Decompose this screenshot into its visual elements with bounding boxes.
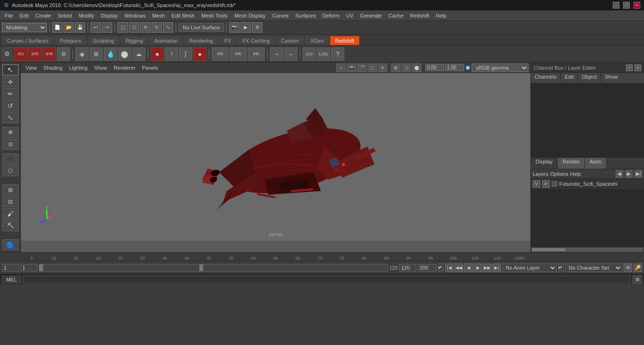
layer-scroll-track[interactable]	[532, 248, 643, 252]
object-tab[interactable]: Object	[578, 73, 601, 83]
render-tab[interactable]: Render	[558, 158, 585, 169]
vp-menu-panels[interactable]: Panels	[139, 64, 161, 72]
menu-modify[interactable]: Modify	[76, 12, 97, 19]
sculpt-btn[interactable]: ⛏	[2, 220, 18, 231]
rotate-btn[interactable]: ↻	[152, 22, 162, 33]
options-menu[interactable]: Options	[550, 171, 568, 177]
layer-next-btn[interactable]: ▶	[625, 170, 633, 178]
layers-menu[interactable]: Layers	[533, 171, 548, 177]
menu-edit-mesh[interactable]: Edit Mesh	[169, 12, 197, 19]
prev-frame-btn[interactable]: ◀◀	[455, 263, 463, 272]
anim-layer-dropdown[interactable]	[558, 263, 564, 272]
back-btn[interactable]: ◀	[464, 263, 473, 272]
layer-prev-btn[interactable]: ◀	[616, 170, 623, 178]
menu-generate[interactable]: Generate	[357, 12, 385, 19]
tab-rigging[interactable]: Rigging	[120, 36, 148, 45]
vp-move-btn[interactable]: ✛	[378, 64, 387, 72]
color-space-select[interactable]: sRGB gamma	[472, 64, 528, 72]
viewport-canvas[interactable]: x y z persp	[21, 73, 530, 241]
range-start-thumb[interactable]	[39, 264, 43, 271]
menu-display[interactable]: Display	[98, 12, 121, 19]
channels-tab[interactable]: Channels	[531, 73, 561, 83]
anim-layer-select[interactable]: No Anim Layer	[502, 263, 557, 272]
scale-btn[interactable]: ⤡	[163, 22, 173, 33]
render-btn[interactable]: 📷	[229, 22, 240, 33]
menu-mesh-display[interactable]: Mesh Display	[232, 12, 268, 19]
menu-help[interactable]: Help	[433, 12, 449, 19]
new-scene-btn[interactable]: 📄	[52, 22, 63, 33]
tab-fx[interactable]: FX	[219, 36, 236, 45]
current-frame-input[interactable]	[20, 264, 37, 272]
menu-uv[interactable]: UV	[343, 12, 356, 19]
tab-polygons[interactable]: Polygons	[54, 36, 86, 45]
tab-sculpting[interactable]: Sculpting	[88, 36, 119, 45]
scale-tool-btn[interactable]: ⤡	[2, 112, 18, 123]
vp-menu-view[interactable]: View	[23, 64, 40, 72]
rs-pr3-btn[interactable]: PR	[248, 47, 265, 61]
vp-anim-btn[interactable]: 🎬	[357, 64, 367, 72]
menu-windows[interactable]: Windows	[122, 12, 149, 19]
frame-start-input[interactable]	[2, 264, 19, 272]
menu-surfaces[interactable]: Surfaces	[293, 12, 319, 19]
skip-end-btn[interactable]: ▶|	[492, 263, 501, 272]
rs-log-btn[interactable]: LOG	[317, 47, 330, 61]
vp-wire-btn[interactable]: ◻	[402, 64, 411, 72]
rs-rv-btn[interactable]: RV	[14, 47, 27, 61]
play-fwd-btn[interactable]: ▶	[474, 263, 482, 272]
edit-tab[interactable]: Edit	[561, 73, 578, 83]
soft-sel-btn[interactable]: ◎	[2, 139, 18, 150]
rs-mat1-btn[interactable]: ■	[151, 47, 164, 61]
menu-curves[interactable]: Curves	[269, 12, 292, 19]
auto-key-btn[interactable]: 🔑	[634, 263, 642, 272]
rs-sphere-btn[interactable]: ⬤	[118, 47, 131, 61]
vp-menu-shading[interactable]: Shading	[41, 64, 65, 72]
layer-p-btn[interactable]: P	[542, 180, 550, 188]
playback-range-bar[interactable]	[39, 264, 388, 272]
settings-gear-btn[interactable]: ⚙	[2, 47, 12, 61]
rs-mat2-btn[interactable]: ⌇	[165, 47, 178, 61]
menu-deform[interactable]: Deform	[320, 12, 342, 19]
menu-cache[interactable]: Cache	[385, 12, 406, 19]
vp-cam-btn[interactable]: 📷	[347, 64, 356, 72]
minimize-button[interactable]: −	[613, 2, 619, 9]
rs-grid-btn[interactable]: ⊞	[89, 47, 103, 61]
char-set-settings-btn[interactable]: ⚙	[624, 263, 632, 272]
vp-home-btn[interactable]: ⌂	[336, 64, 346, 72]
tab-rendering[interactable]: Rendering	[184, 36, 218, 45]
vp-val2-input[interactable]	[445, 64, 464, 71]
mode-select[interactable]: Modeling	[2, 23, 47, 32]
open-btn[interactable]: 📂	[63, 22, 74, 33]
rs-ipr-btn[interactable]: IPR	[28, 47, 42, 61]
menu-edit[interactable]: Edit	[17, 12, 32, 19]
tab-custom[interactable]: Custom	[276, 36, 304, 45]
menu-mesh[interactable]: Mesh	[149, 12, 168, 19]
move-btn[interactable]: ✛	[140, 22, 151, 33]
script-editor-btn[interactable]: ⊞	[633, 275, 642, 284]
lasso-tool-btn[interactable]: ✏	[2, 88, 18, 99]
undo-btn[interactable]: ↩	[90, 22, 101, 33]
command-input[interactable]	[23, 275, 631, 284]
tab-xgen[interactable]: XGen	[305, 36, 329, 45]
rs-pr1-btn[interactable]: PR	[212, 47, 229, 61]
layer-help-menu[interactable]: Help	[570, 171, 581, 177]
panel-float-btn[interactable]: ↗	[626, 64, 633, 71]
snap-tool-btn[interactable]: ⊕	[2, 127, 18, 138]
bevel-btn[interactable]: ⬡	[2, 165, 18, 176]
layer-scrollbar[interactable]	[531, 246, 644, 252]
tab-fx-caching[interactable]: FX Caching	[237, 36, 275, 45]
char-set-select[interactable]: No Character Set	[565, 263, 622, 272]
paint-btn[interactable]: 🖌	[2, 208, 18, 219]
maximize-button[interactable]: □	[623, 2, 630, 9]
rs-help-btn[interactable]: ?	[331, 47, 344, 61]
rs-box-btn[interactable]: ◈	[75, 47, 89, 61]
panel-close-btn[interactable]: ✕	[635, 64, 641, 71]
rs-sphere2-btn[interactable]: ●	[193, 47, 206, 61]
select-btn[interactable]: ▢	[117, 22, 128, 33]
rs-settings-btn[interactable]: ⚙	[57, 47, 70, 61]
rs-dome-btn[interactable]: ⌢	[270, 47, 283, 61]
redo-btn[interactable]: ↪	[102, 22, 112, 33]
max-frame-input[interactable]	[418, 264, 437, 272]
frame-end-input[interactable]	[399, 264, 416, 272]
menu-file[interactable]: File	[2, 12, 16, 19]
save-btn[interactable]: 💾	[75, 22, 85, 33]
